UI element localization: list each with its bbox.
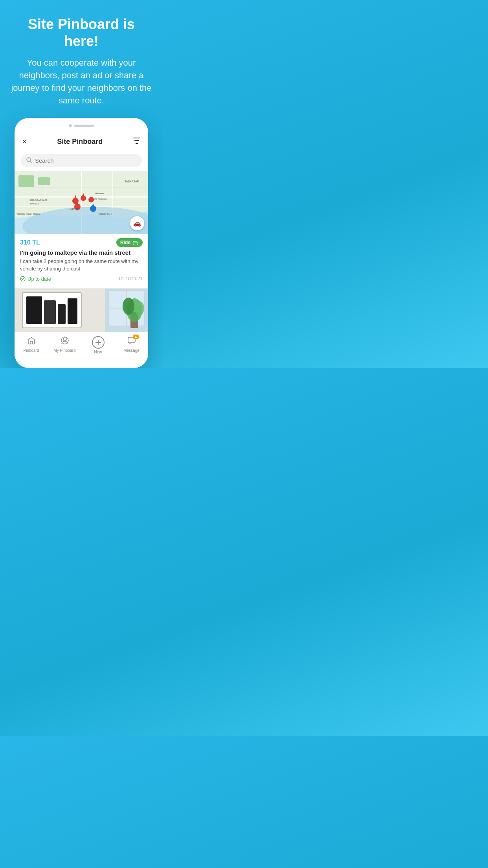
card-body: 310 TL Ride I'm going to maltepe via the… bbox=[15, 234, 148, 283]
card-date: 01.10.2021 bbox=[119, 276, 143, 281]
svg-rect-44 bbox=[68, 298, 77, 324]
card-status: Up to date bbox=[20, 276, 51, 282]
second-card-image bbox=[15, 289, 148, 332]
svg-point-48 bbox=[135, 301, 144, 315]
svg-rect-12 bbox=[38, 177, 50, 185]
nav-new[interactable]: New bbox=[81, 336, 115, 354]
svg-rect-42 bbox=[44, 300, 56, 324]
nav-message-label: Message bbox=[123, 348, 139, 353]
app-content: × Site Pinboard bbox=[15, 132, 148, 368]
svg-text:BALIKLI: BALIKLI bbox=[30, 202, 39, 205]
ride-card[interactable]: TAŞKASAP BELGRADKAPI BALIKLI Samatya Doğ… bbox=[15, 171, 148, 289]
phone-mockup: × Site Pinboard bbox=[15, 118, 148, 368]
message-badge: 4 bbox=[133, 335, 139, 339]
nav-new-label: New bbox=[94, 350, 102, 354]
app-header: × Site Pinboard bbox=[15, 132, 148, 150]
card-price: 310 TL bbox=[20, 239, 40, 246]
car-icon-button[interactable]: 🚗 bbox=[130, 216, 144, 230]
search-container bbox=[15, 150, 148, 171]
home-icon bbox=[27, 336, 36, 347]
card-description: I can take 2 people going on the same ro… bbox=[20, 258, 143, 273]
svg-text:Yedikule Hisarı Müzesi: Yedikule Hisarı Müzesi bbox=[17, 213, 40, 215]
ride-badge: Ride bbox=[116, 238, 143, 247]
svg-text:Doğan Balık: Doğan Balık bbox=[99, 213, 112, 215]
app-title: Site Pinboard bbox=[57, 138, 103, 146]
svg-point-47 bbox=[123, 298, 134, 315]
main-title: Site Pinboard is here! bbox=[9, 16, 153, 50]
header-section: Site Pinboard is here! You can cooperate… bbox=[0, 0, 163, 118]
svg-point-31 bbox=[137, 243, 138, 245]
svg-point-49 bbox=[63, 338, 66, 341]
svg-line-1 bbox=[30, 161, 31, 162]
close-button[interactable]: × bbox=[22, 138, 27, 146]
svg-rect-11 bbox=[18, 175, 34, 187]
nav-my-pinboard-label: My Pinboard bbox=[53, 348, 75, 353]
phone-speaker bbox=[74, 125, 94, 127]
search-bar[interactable] bbox=[21, 154, 142, 167]
svg-text:TAŞKASAP: TAŞKASAP bbox=[125, 180, 139, 183]
phone-camera bbox=[69, 124, 72, 127]
subtitle: You can cooperate with your neighbors, p… bbox=[9, 57, 153, 107]
plus-icon bbox=[92, 336, 105, 349]
card-footer: Up to date 01.10.2021 bbox=[20, 276, 143, 282]
nav-pinboard-label: Pinboard bbox=[23, 348, 39, 353]
nav-pinboard[interactable]: Pinboard bbox=[15, 336, 48, 353]
svg-text:BELGRADKAPI: BELGRADKAPI bbox=[30, 199, 47, 201]
chat-icon: 4 bbox=[127, 336, 136, 347]
svg-rect-41 bbox=[26, 296, 42, 324]
svg-point-30 bbox=[133, 243, 134, 245]
svg-text:Samatya: Samatya bbox=[70, 208, 81, 211]
person-icon bbox=[61, 336, 69, 347]
card-title: I'm going to maltepe via the main street bbox=[20, 249, 143, 256]
search-input[interactable] bbox=[35, 157, 136, 164]
nav-my-pinboard[interactable]: My Pinboard bbox=[48, 336, 81, 353]
svg-text:Hastane: Hastane bbox=[95, 192, 104, 195]
bottom-nav: Pinboard My Pinboard bbox=[15, 332, 148, 357]
phone-notch bbox=[15, 124, 148, 127]
svg-rect-43 bbox=[58, 304, 66, 324]
filter-button[interactable] bbox=[133, 138, 140, 146]
search-icon bbox=[26, 157, 32, 164]
card-map: TAŞKASAP BELGRADKAPI BALIKLI Samatya Doğ… bbox=[15, 171, 148, 234]
nav-message[interactable]: 4 Message bbox=[115, 336, 148, 353]
status-text: Up to date bbox=[28, 276, 51, 282]
svg-text:IDO Yenikapı: IDO Yenikapı bbox=[93, 198, 107, 200]
card-price-row: 310 TL Ride bbox=[20, 238, 143, 247]
